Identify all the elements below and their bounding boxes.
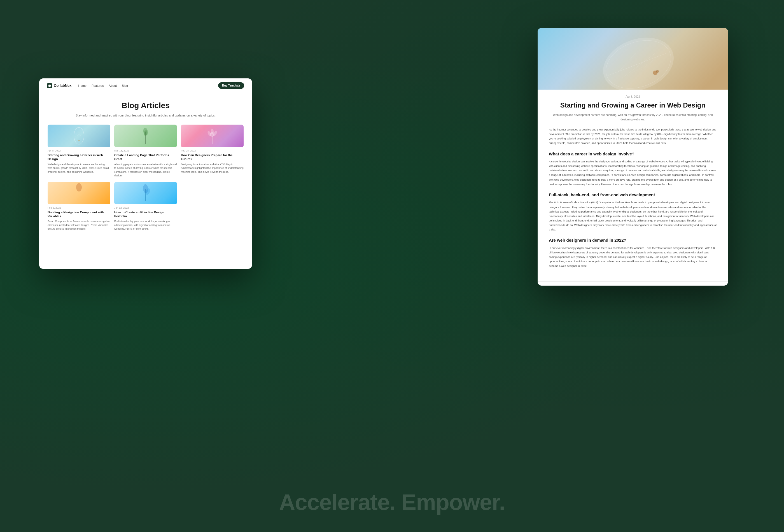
blog-card-4[interactable]: Feb 6, 2022 Building a Navigation Compon… (48, 182, 110, 231)
logo-text: CollabNex (54, 83, 72, 88)
article-window: Apr 8, 2022 Starting and Growing a Caree… (538, 28, 728, 286)
article-para-3: The U.S. Bureau of Labor Statistics (BLS… (549, 200, 717, 232)
scene: CollabNex Home Features About Blog Buy T… (28, 28, 756, 504)
article-section-3: Are web designers in demand in 2022? (549, 237, 717, 243)
svg-line-4 (79, 132, 82, 134)
blog-card-5[interactable]: Jan 12, 2022 How to Create an Effective … (114, 182, 177, 231)
article-hero-img (538, 28, 728, 90)
stem-icon (73, 183, 85, 203)
blog-content: Blog Articles Stay informed and inspired… (39, 93, 252, 268)
blue-plant-icon (140, 183, 151, 203)
article-section-1: What does a career in web design involve… (549, 151, 717, 157)
card-title-1: Starting and Growing a Career in Web Des… (48, 153, 110, 161)
svg-point-28 (656, 70, 659, 73)
explore-link[interactable]: Explore all articles (538, 281, 728, 286)
card-img-2 (114, 124, 177, 147)
card-img-5 (114, 182, 177, 204)
blog-subtitle: Stay informed and inspired with our blog… (48, 113, 244, 118)
card-date-2: Mar 15, 2022 (114, 149, 177, 152)
card-desc-3: Designing for automation and AI at CSS D… (181, 163, 244, 174)
svg-point-12 (211, 129, 214, 134)
card-img-4 (48, 182, 110, 204)
nav-features[interactable]: Features (91, 84, 104, 87)
svg-line-2 (76, 132, 79, 134)
blog-grid: Apr 8, 2022 Starting and Growing a Caree… (48, 124, 244, 231)
blog-title: Blog Articles (48, 101, 244, 110)
logo: CollabNex (47, 83, 72, 88)
blog-card-2[interactable]: Mar 15, 2022 Create a Landing Page That … (114, 124, 177, 178)
article-para-2: A career in website design can involve t… (549, 159, 717, 187)
card-date-1: Apr 8, 2022 (48, 149, 110, 152)
nav-blog[interactable]: Blog (122, 84, 128, 87)
blog-card-1[interactable]: Apr 8, 2022 Starting and Growing a Caree… (48, 124, 110, 178)
card-desc-2: A landing page is a standalone website w… (114, 163, 177, 178)
card-title-4: Building a Navigation Component with Var… (48, 210, 110, 218)
navbar: CollabNex Home Features About Blog Buy T… (39, 78, 252, 93)
nav-home[interactable]: Home (78, 84, 86, 87)
card-date-3: Feb 28, 2022 (181, 149, 244, 152)
card-desc-1: Web design and development careers are b… (48, 163, 110, 174)
svg-line-3 (76, 134, 79, 137)
article-intro: Web design and development careers are b… (549, 113, 717, 122)
article-para-4: In our ever-increasingly digital environ… (549, 246, 717, 269)
card-img-1 (48, 124, 110, 147)
svg-point-16 (76, 183, 82, 192)
card-img-3 (181, 124, 244, 147)
article-body: As the internet continues to develop and… (538, 128, 728, 281)
article-date: Apr 8, 2022 (549, 90, 717, 98)
card-title-2: Create a Landing Page That Performs Grea… (114, 153, 177, 161)
leaf-icon (71, 126, 87, 146)
plant-icon (140, 126, 151, 146)
card-desc-4: Smart Components in Framer enable custom… (48, 220, 110, 231)
article-main-title: Starting and Growing a Career in Web Des… (549, 101, 717, 110)
blog-header: Blog Articles Stay informed and inspired… (48, 101, 244, 118)
card-date-4: Feb 6, 2022 (48, 206, 110, 209)
svg-point-6 (78, 140, 80, 141)
card-title-3: How Can Designers Prepare for the Future… (181, 153, 244, 161)
blog-card-3[interactable]: Feb 28, 2022 How Can Designers Prepare f… (181, 124, 244, 178)
svg-point-20 (595, 28, 681, 90)
card-title-5: How to Create an Effective Design Portfo… (114, 210, 177, 218)
flower-icon (205, 128, 219, 144)
article-header: Apr 8, 2022 Starting and Growing a Caree… (538, 90, 728, 128)
nav-links: Home Features About Blog (78, 84, 212, 87)
nav-about[interactable]: About (109, 84, 117, 87)
svg-line-5 (79, 134, 82, 137)
card-date-5: Jan 12, 2022 (114, 206, 177, 209)
buy-template-button[interactable]: Buy Template (218, 82, 244, 89)
article-hero (538, 28, 728, 90)
blog-window: CollabNex Home Features About Blog Buy T… (39, 78, 252, 269)
article-para-1: As the internet continues to develop and… (549, 128, 717, 146)
card-desc-5: Portfolios display your best work for jo… (114, 220, 177, 231)
article-section-2: Full-stack, back-end, and front-end web … (549, 192, 717, 198)
hero-leaf-svg (580, 28, 686, 90)
logo-icon (47, 83, 52, 88)
